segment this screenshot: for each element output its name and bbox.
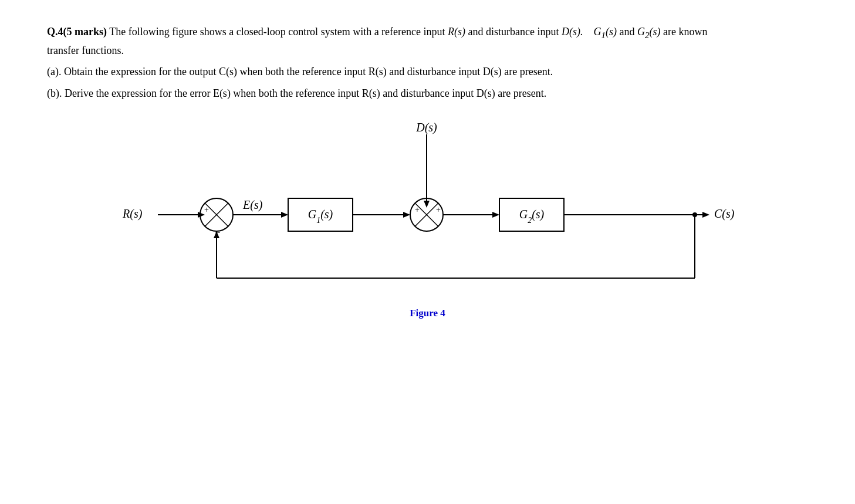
question-marks: (5 marks) — [63, 26, 107, 38]
and-text: and — [620, 26, 638, 38]
part-b-text: (b). Derive the expression for the error… — [47, 85, 808, 102]
question-intro: The following figure shows a closed-loop… — [109, 26, 445, 38]
svg-text:+: + — [415, 205, 420, 214]
e-s-diagram-label: E(s) — [242, 198, 263, 212]
block-diagram: text { font-family: "Times New Roman", T… — [105, 114, 751, 302]
svg-marker-10 — [281, 212, 288, 218]
c-s-diagram-label: C(s) — [714, 207, 735, 221]
figure-caption: Figure 4 — [47, 307, 808, 319]
r-s-diagram-label: R(s) — [122, 207, 143, 221]
g2-box-label: G2(s) — [519, 208, 544, 225]
svg-marker-20 — [492, 212, 499, 218]
svg-text:+: + — [204, 205, 209, 214]
svg-marker-23 — [702, 212, 709, 218]
g1-s-label: G1(s) — [594, 26, 617, 38]
and-disturbance-text: and disturbance input — [468, 26, 559, 38]
transfer-functions-text: transfer functions. — [47, 45, 124, 56]
are-known-text: are known — [663, 26, 707, 38]
g2-s-label: G2(s) — [637, 26, 661, 38]
question-text: Q.4(5 marks) The following figure shows … — [47, 23, 808, 102]
question-number: Q.4 — [47, 26, 63, 38]
svg-marker-13 — [403, 212, 410, 218]
svg-text:+: + — [436, 205, 441, 214]
g1-box-label: G1(s) — [307, 208, 333, 225]
svg-marker-1 — [424, 201, 430, 208]
part-a-text: (a). Obtain the expression for the outpu… — [47, 63, 808, 80]
d-s-diagram-label: D(s) — [415, 121, 437, 134]
d-s-label: D(s). — [562, 26, 583, 38]
r-s-label: R(s) — [448, 26, 465, 38]
